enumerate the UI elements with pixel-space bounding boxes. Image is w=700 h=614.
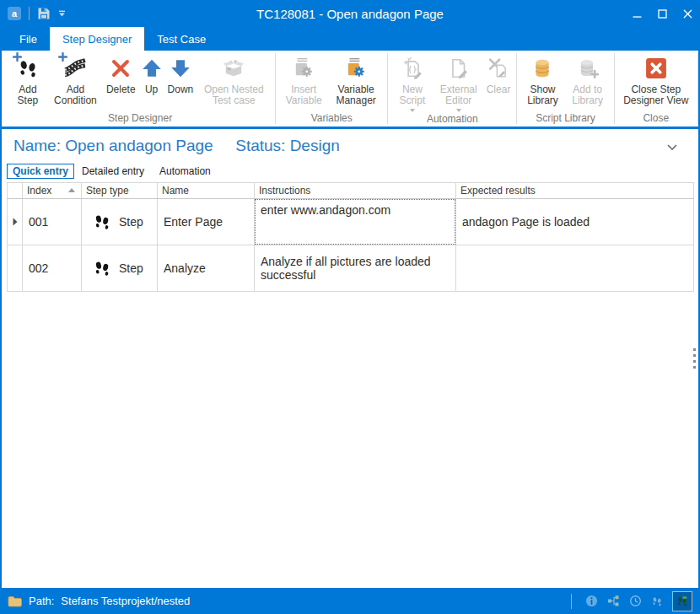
title-bar: TC128081 - Open andagon Page a [0, 0, 700, 27]
row-marker-icon [13, 218, 18, 226]
show-library-icon [531, 54, 553, 83]
new-script-label: New Script [394, 84, 431, 106]
entry-tab-strip: Quick entry Detailed entry Automation [7, 163, 698, 180]
tab-file[interactable]: File [7, 27, 50, 51]
qat-dropdown-icon[interactable] [58, 10, 66, 18]
footprints-status-icon[interactable] [651, 595, 663, 607]
cell-instructions[interactable]: enter www.andagon.com [255, 199, 456, 245]
close-step-designer-view-label: Close Step Designer View [621, 84, 692, 106]
ribbon-group-script-library: Show Library Add to Library Script Libra… [517, 51, 613, 127]
splitter-grip-icon[interactable] [693, 348, 696, 369]
show-library-label: Show Library [523, 84, 562, 106]
external-editor-button: External Editor [433, 53, 484, 113]
column-header-name[interactable]: Name [158, 183, 255, 199]
app-icon[interactable]: a [8, 7, 21, 20]
ribbon: Add Step Add Condition [0, 51, 700, 129]
add-step-label: Add Step [11, 84, 45, 106]
path-value: Stefans Testprojekt/nested [61, 595, 190, 607]
up-button[interactable]: Up [138, 53, 165, 96]
name-value: Open andagon Page [65, 137, 213, 154]
status-bar: Path: Stefans Testprojekt/nested [0, 588, 700, 614]
open-nested-testcase-label: Open Nested Test case [198, 84, 269, 106]
insert-variable-icon [293, 54, 315, 83]
cell-expected-results[interactable] [456, 245, 694, 292]
close-step-designer-view-button[interactable]: Close Step Designer View [618, 53, 694, 107]
delete-button[interactable]: Delete [104, 53, 138, 96]
maximize-button[interactable] [649, 0, 675, 27]
step-designer-content: Name: Open andagon Page Status: Design Q… [0, 129, 700, 588]
column-header-step-type[interactable]: Step type [82, 183, 158, 199]
quick-access-toolbar: a [0, 7, 66, 20]
tab-detailed-entry[interactable]: Detailed entry [74, 164, 152, 179]
tab-automation[interactable]: Automation [152, 164, 218, 179]
history-icon[interactable] [629, 595, 642, 607]
cell-name[interactable]: Enter Page [158, 199, 255, 245]
cell-name[interactable]: Analyze [158, 245, 255, 292]
cell-index[interactable]: 001 [23, 199, 82, 245]
group-label-close: Close [615, 112, 697, 127]
focused-cell-editor[interactable]: enter www.andagon.com [255, 199, 455, 245]
table-row: 002 Step Analyze Analyze if all pictures… [8, 245, 694, 292]
group-label-automation: Automation [388, 113, 516, 127]
down-button[interactable]: Down [165, 53, 197, 96]
cell-expected-results[interactable]: andagon Page is loaded [456, 199, 694, 245]
delete-label: Delete [106, 84, 136, 95]
cell-instructions[interactable]: Analyze if all pictures are loaded succe… [255, 245, 456, 292]
add-to-library-label: Add to Library [568, 84, 608, 106]
up-icon [141, 54, 163, 83]
down-icon [170, 54, 191, 83]
add-to-library-icon [577, 54, 599, 83]
tab-step-designer[interactable]: Step Designer [50, 27, 144, 51]
close-button[interactable] [675, 0, 700, 27]
column-header-expected-results[interactable]: Expected results [456, 183, 694, 199]
group-label-variables: Variables [276, 112, 387, 127]
ribbon-group-automation: New Script External Editor [388, 51, 516, 127]
add-condition-icon [62, 54, 88, 83]
ribbon-tab-strip: File Step Designer Test Case [0, 27, 700, 51]
variable-manager-button[interactable]: Variable Manager [328, 53, 384, 107]
tab-test-case[interactable]: Test Case [144, 27, 218, 51]
minimize-button[interactable] [624, 0, 649, 27]
show-library-button[interactable]: Show Library [520, 53, 564, 107]
hierarchy-icon[interactable] [607, 595, 620, 607]
steps-table: Index Step type Name Instructions Expect… [7, 182, 694, 292]
save-icon[interactable] [37, 7, 51, 20]
open-nested-testcase-button: Open Nested Test case [196, 53, 272, 107]
external-editor-label: External Editor [436, 84, 482, 106]
column-header-index[interactable]: Index [23, 183, 82, 199]
row-selector-header [8, 183, 23, 199]
collapse-chevron-icon[interactable] [666, 139, 678, 154]
insert-variable-button: Insert Variable [279, 53, 328, 107]
ribbon-group-close: Close Step Designer View Close [615, 51, 697, 127]
add-step-button[interactable]: Add Step [8, 53, 47, 107]
variable-manager-icon [345, 54, 367, 83]
row-selector[interactable] [8, 199, 23, 245]
info-icon[interactable] [585, 595, 598, 607]
close-view-icon [645, 54, 667, 83]
add-step-icon [17, 54, 39, 83]
status-value: Design [290, 137, 340, 154]
row-selector[interactable] [8, 245, 23, 292]
group-label-step-designer: Step Designer [5, 112, 275, 127]
statusbar-separator [571, 594, 572, 609]
cell-index[interactable]: 002 [23, 245, 82, 292]
table-row: 001 Step Enter Page enter www.andagon.co… [8, 199, 694, 245]
column-header-instructions[interactable]: Instructions [255, 183, 456, 199]
down-label: Down [168, 84, 194, 95]
add-condition-button[interactable]: Add Condition [47, 53, 104, 107]
ribbon-group-separator [697, 53, 698, 124]
new-script-dropdown-icon [410, 109, 415, 112]
up-label: Up [145, 84, 158, 95]
clear-button: Clear [484, 53, 514, 96]
tab-quick-entry[interactable]: Quick entry [7, 164, 74, 179]
step-icon [93, 259, 111, 277]
cell-step-type[interactable]: Step [82, 199, 158, 245]
step-designer-view-icon[interactable] [672, 591, 692, 611]
app-window: TC128081 - Open andagon Page a [0, 0, 700, 614]
new-script-button: New Script [391, 53, 433, 113]
qat-separator [29, 7, 30, 20]
add-to-library-button: Add to Library [565, 53, 611, 107]
window-title: TC128081 - Open andagon Page [0, 7, 700, 21]
external-editor-icon [448, 54, 470, 83]
cell-step-type[interactable]: Step [82, 245, 158, 292]
